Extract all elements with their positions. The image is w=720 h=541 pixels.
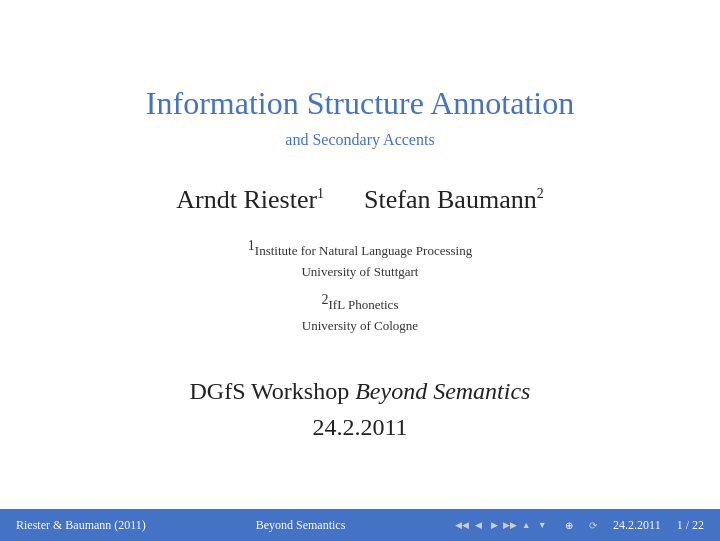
nav-up-icon[interactable]: ▲: [519, 520, 533, 530]
nav-icons-group: ◀◀ ◀ ▶ ▶▶ ▲ ▼: [455, 520, 549, 530]
nav-last-icon[interactable]: ▶▶: [503, 520, 517, 530]
authors-block: Arndt Riester1 Stefan Baumann2: [176, 185, 543, 215]
affiliations-block: 1Institute for Natural Language Processi…: [248, 235, 472, 343]
bookmark-icon[interactable]: ⊕: [565, 520, 573, 531]
workshop-line1: DGfS Workshop Beyond Semantics: [190, 373, 531, 409]
affiliation-1: 1Institute for Natural Language Processi…: [248, 235, 472, 283]
slide-title: Information Structure Annotation: [146, 84, 574, 122]
author-2: Stefan Baumann2: [364, 185, 544, 215]
settings-icon[interactable]: ⟳: [589, 520, 597, 531]
affiliation-2: 2IfL Phonetics University of Cologne: [248, 289, 472, 337]
footer-author: Riester & Baumann (2011): [16, 518, 146, 533]
slide-content: Information Structure Annotation and Sec…: [0, 0, 720, 509]
workshop-date: 24.2.2011: [190, 409, 531, 445]
nav-first-icon[interactable]: ◀◀: [455, 520, 469, 530]
author-1: Arndt Riester1: [176, 185, 324, 215]
footer-date: 24.2.2011: [613, 518, 661, 533]
footer-page: 1 / 22: [677, 518, 704, 533]
workshop-info: DGfS Workshop Beyond Semantics 24.2.2011: [190, 373, 531, 445]
footer-right: ◀◀ ◀ ▶ ▶▶ ▲ ▼ ⊕ ⟳ 24.2.2011 1 / 22: [455, 518, 704, 533]
nav-prev-icon[interactable]: ◀: [471, 520, 485, 530]
slide-subtitle: and Secondary Accents: [285, 131, 434, 149]
nav-next-icon[interactable]: ▶: [487, 520, 501, 530]
footer-title: Beyond Semantics: [256, 518, 346, 533]
slide-container: Information Structure Annotation and Sec…: [0, 0, 720, 541]
nav-down-icon[interactable]: ▼: [535, 520, 549, 530]
footer-bar: Riester & Baumann (2011) Beyond Semantic…: [0, 509, 720, 541]
